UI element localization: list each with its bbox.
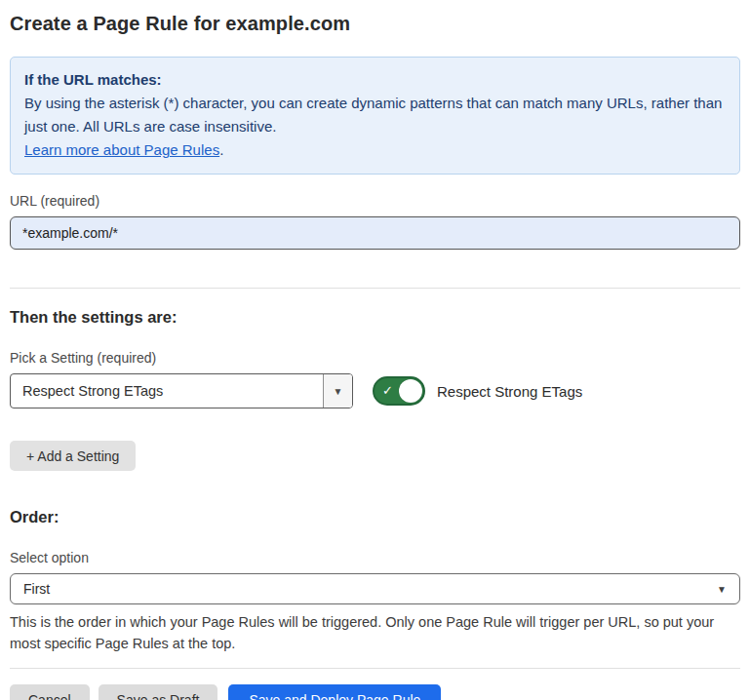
check-icon: ✓ [382, 383, 393, 398]
save-deploy-button[interactable]: Save and Deploy Page Rule [228, 684, 441, 700]
page-title: Create a Page Rule for example.com [10, 12, 740, 35]
info-heading: If the URL matches: [24, 68, 726, 92]
order-dropdown[interactable]: First ▼ [10, 573, 740, 604]
order-select-label: Select option [10, 549, 740, 566]
order-section-heading: Order: [10, 507, 740, 526]
learn-more-link[interactable]: Learn more about Page Rules [24, 141, 219, 158]
setting-dropdown-arrow-box[interactable]: ▼ [323, 374, 352, 408]
url-input[interactable] [10, 216, 740, 250]
url-field-label: URL (required) [10, 192, 740, 210]
chevron-down-icon: ▼ [717, 584, 727, 595]
setting-dropdown-value: Respect Strong ETags [11, 374, 323, 408]
footer-actions: Cancel Save as Draft Save and Deploy Pag… [10, 684, 740, 700]
cancel-button[interactable]: Cancel [10, 684, 90, 700]
chevron-down-icon: ▼ [334, 386, 343, 397]
page-rule-form: Create a Page Rule for example.com If th… [0, 0, 750, 700]
section-divider [10, 288, 740, 289]
info-link-line: Learn more about Page Rules. [24, 138, 726, 162]
etags-toggle-wrap: ✓ Respect Strong ETags [373, 376, 582, 406]
toggle-knob [399, 379, 422, 403]
footer-divider [10, 668, 740, 669]
info-link-suffix: . [219, 141, 223, 158]
url-matches-info-box: If the URL matches: By using the asteris… [10, 57, 740, 175]
save-draft-button[interactable]: Save as Draft [99, 684, 218, 700]
info-body: By using the asterisk (*) character, you… [24, 92, 726, 138]
etags-toggle-label: Respect Strong ETags [437, 383, 582, 400]
pick-setting-label: Pick a Setting (required) [10, 349, 740, 367]
etags-toggle[interactable]: ✓ [373, 376, 425, 406]
settings-section-heading: Then the settings are: [10, 307, 740, 327]
add-setting-button[interactable]: + Add a Setting [10, 441, 136, 471]
order-help-text: This is the order in which your Page Rul… [10, 611, 736, 654]
order-dropdown-value: First [23, 581, 50, 597]
setting-dropdown[interactable]: Respect Strong ETags ▼ [10, 373, 353, 408]
setting-row: Respect Strong ETags ▼ ✓ Respect Strong … [10, 373, 740, 408]
